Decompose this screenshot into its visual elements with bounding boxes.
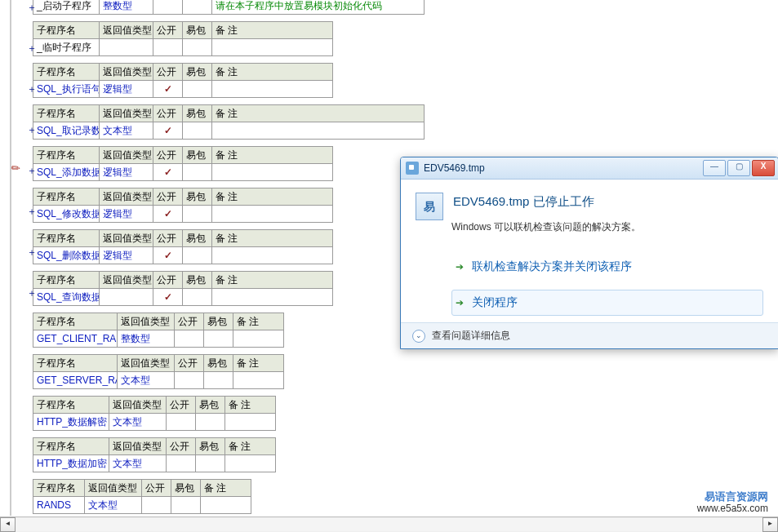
- note-value[interactable]: [225, 413, 276, 431]
- col-easy: 易包: [183, 21, 212, 39]
- easy-value[interactable]: [183, 246, 212, 264]
- note-value[interactable]: [201, 496, 251, 514]
- easy-value[interactable]: [183, 122, 212, 140]
- return-type-value[interactable]: 文本型: [85, 496, 142, 514]
- sub-name-value[interactable]: SQL_执行语句: [33, 80, 100, 98]
- col-sub-name: 子程序名: [33, 188, 100, 206]
- expand-toggle[interactable]: ＋: [26, 205, 38, 219]
- note-value[interactable]: [212, 122, 425, 140]
- note-value[interactable]: [225, 454, 276, 472]
- public-value[interactable]: [153, 0, 183, 15]
- return-type-value[interactable]: [100, 38, 153, 56]
- public-value[interactable]: [175, 371, 204, 389]
- note-value[interactable]: [212, 80, 333, 98]
- public-check-icon[interactable]: ✓: [153, 288, 183, 306]
- watermark: 易语言资源网 www.e5a5x.com: [697, 491, 768, 514]
- expand-toggle[interactable]: ＋: [26, 82, 38, 96]
- easy-value[interactable]: [183, 38, 212, 56]
- sub-name-value[interactable]: SQL_查询数据: [33, 288, 100, 306]
- check-online-link[interactable]: ➔ 联机检查解决方案并关闭该程序: [451, 254, 763, 280]
- expand-toggle[interactable]: ＋: [26, 123, 38, 137]
- col-public: 公开: [153, 21, 183, 39]
- sub-name-value[interactable]: _临时子程序: [33, 38, 100, 56]
- scroll-left-button[interactable]: ◄: [0, 517, 16, 532]
- note-value[interactable]: [212, 288, 333, 306]
- return-type-value[interactable]: 逻辑型: [100, 246, 153, 264]
- return-type-value[interactable]: 文本型: [109, 454, 167, 472]
- sub-name-value[interactable]: HTTP_数据解密: [33, 413, 109, 431]
- col-easy: 易包: [204, 354, 233, 372]
- public-value[interactable]: [167, 413, 196, 431]
- public-check-icon[interactable]: ✓: [153, 122, 183, 140]
- return-type-value[interactable]: 整数型: [100, 0, 153, 15]
- return-type-value[interactable]: 文本型: [109, 413, 167, 431]
- col-public: 公开: [175, 313, 204, 330]
- easy-value[interactable]: [183, 80, 212, 98]
- return-type-value[interactable]: 整数型: [118, 330, 175, 348]
- public-value[interactable]: [142, 496, 171, 514]
- close-button[interactable]: X: [752, 160, 775, 176]
- note-value[interactable]: [233, 330, 284, 348]
- col-return-type: 返回值类型: [100, 21, 153, 39]
- chevron-down-icon[interactable]: ⌄: [412, 330, 425, 343]
- note-value[interactable]: 请在本子程序中放置易模块初始化代码: [212, 0, 425, 15]
- horizontal-scrollbar[interactable]: ◄ ►: [0, 516, 778, 532]
- expand-toggle[interactable]: ＋: [26, 42, 38, 55]
- sub-name-value[interactable]: SQL_取记录数: [33, 122, 100, 140]
- maximize-button[interactable]: ▢: [727, 160, 750, 176]
- col-note: 备 注: [225, 437, 276, 455]
- scroll-track[interactable]: [16, 518, 762, 531]
- sub-name-value[interactable]: SQL_修改数据: [33, 205, 100, 223]
- easy-value[interactable]: [196, 454, 225, 472]
- sub-name-value[interactable]: RANDS: [33, 496, 85, 514]
- easy-value[interactable]: [204, 330, 233, 348]
- view-details-link[interactable]: 查看问题详细信息: [432, 329, 510, 343]
- return-type-value[interactable]: 逻辑型: [100, 80, 153, 98]
- return-type-value[interactable]: 逻辑型: [100, 205, 153, 223]
- easy-value[interactable]: [171, 496, 201, 514]
- easy-value[interactable]: [183, 163, 212, 181]
- close-program-link[interactable]: ➔ 关闭程序: [451, 290, 763, 316]
- return-type-value[interactable]: 逻辑型: [100, 163, 153, 181]
- sub-name-value[interactable]: _启动子程序: [33, 0, 100, 15]
- return-type-value[interactable]: 文本型: [118, 371, 175, 389]
- sub-name-value[interactable]: GET_CLIENT_RAND: [33, 330, 118, 348]
- sub-name-value[interactable]: GET_SERVER_RAND: [33, 371, 118, 389]
- easy-value[interactable]: [183, 205, 212, 223]
- col-public: 公开: [167, 396, 196, 414]
- minimize-button[interactable]: —: [703, 160, 726, 176]
- note-value[interactable]: [212, 205, 333, 223]
- easy-value[interactable]: [196, 413, 225, 431]
- col-sub-name: 子程序名: [33, 354, 118, 372]
- public-check-icon[interactable]: ✓: [153, 246, 183, 264]
- expand-toggle[interactable]: ＋: [26, 1, 38, 15]
- col-sub-name: 子程序名: [33, 313, 118, 330]
- arrow-right-icon: ➔: [456, 261, 464, 273]
- sub-name-value[interactable]: SQL_添加数据: [33, 163, 100, 181]
- public-value[interactable]: [153, 38, 183, 56]
- return-type-value[interactable]: 文本型: [100, 122, 153, 140]
- dialog-titlebar[interactable]: EDV5469.tmp — ▢ X: [401, 157, 778, 180]
- easy-value[interactable]: [204, 371, 233, 389]
- note-value[interactable]: [233, 371, 284, 389]
- public-value[interactable]: [167, 454, 196, 472]
- return-type-value[interactable]: [100, 288, 153, 306]
- note-value[interactable]: [212, 38, 333, 56]
- note-value[interactable]: [212, 246, 333, 264]
- scroll-right-button[interactable]: ►: [762, 517, 778, 532]
- expand-toggle[interactable]: ＋: [26, 286, 38, 300]
- expand-toggle[interactable]: ＋: [26, 164, 38, 178]
- expand-toggle[interactable]: ＋: [26, 246, 38, 259]
- public-value[interactable]: [175, 330, 204, 348]
- dialog-body: EDV5469.tmp 已停止工作 Windows 可以联机检查该问题的解决方案…: [401, 180, 778, 324]
- public-check-icon[interactable]: ✓: [153, 163, 183, 181]
- sub-name-value[interactable]: SQL_删除数据: [33, 246, 100, 264]
- easy-value[interactable]: [183, 0, 212, 15]
- public-check-icon[interactable]: ✓: [153, 80, 183, 98]
- sub-name-value[interactable]: HTTP_数据加密: [33, 454, 109, 472]
- col-easy: 易包: [183, 229, 212, 247]
- public-check-icon[interactable]: ✓: [153, 205, 183, 223]
- easy-value[interactable]: [183, 288, 212, 306]
- col-note: 备 注: [212, 188, 333, 206]
- note-value[interactable]: [212, 163, 333, 181]
